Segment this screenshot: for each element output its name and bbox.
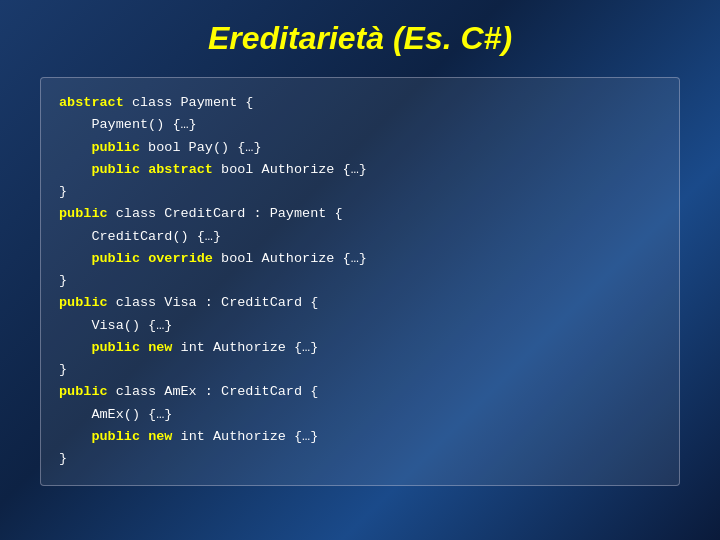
code-line-1-kw: abstract — [59, 95, 124, 110]
code-line-12-rest: int Authorize {…} — [172, 340, 318, 355]
code-line-4-rest: bool Authorize {…} — [213, 162, 367, 177]
code-line-8-kw2: override — [148, 251, 213, 266]
code-line-8-rest: bool Authorize {…} — [213, 251, 367, 266]
code-line-13: } — [59, 362, 67, 377]
code-block: abstract class Payment { Payment() {…} p… — [59, 92, 661, 471]
code-line-14-kw: public — [59, 384, 108, 399]
code-line-10-rest: class Visa : CreditCard { — [108, 295, 319, 310]
code-line-14-rest: class AmEx : CreditCard { — [108, 384, 319, 399]
code-line-10-kw: public — [59, 295, 108, 310]
code-line-6-rest: class CreditCard : Payment { — [108, 206, 343, 221]
code-line-8-kw1: public — [91, 251, 140, 266]
code-line-5: } — [59, 184, 67, 199]
page-title: Ereditarietà (Es. C#) — [208, 20, 512, 57]
code-line-16-rest: int Authorize {…} — [172, 429, 318, 444]
code-line-3-kw1: public — [91, 140, 140, 155]
code-line-9: } — [59, 273, 67, 288]
code-line-1-rest: class Payment { — [124, 95, 254, 110]
code-line-17: } — [59, 451, 67, 466]
code-line-12-kw1: public — [91, 340, 140, 355]
code-line-4-kw1: public — [91, 162, 140, 177]
code-container: abstract class Payment { Payment() {…} p… — [40, 77, 680, 486]
code-line-12-kw2: new — [148, 340, 172, 355]
code-line-3-rest: bool Pay() {…} — [140, 140, 262, 155]
code-line-16-kw1: public — [91, 429, 140, 444]
code-line-6-kw: public — [59, 206, 108, 221]
code-line-16-kw2: new — [148, 429, 172, 444]
code-line-4-kw2: abstract — [148, 162, 213, 177]
